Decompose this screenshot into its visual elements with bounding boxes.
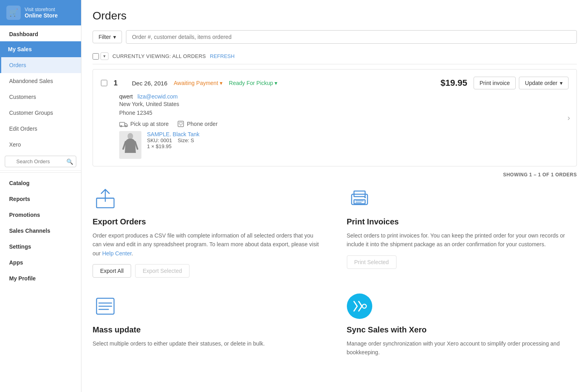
visit-storefront-link[interactable]: Visit storefront bbox=[25, 7, 58, 12]
filter-button[interactable]: Filter ▾ bbox=[93, 31, 122, 43]
order-actions: Print invoice Update order ▾ bbox=[474, 77, 569, 89]
svg-point-15 bbox=[364, 197, 366, 198]
print-invoice-button[interactable]: Print invoice bbox=[474, 77, 516, 89]
status-bar: ▾ CURRENTLY VIEWING: ALL ORDERS REFRESH bbox=[93, 48, 577, 64]
main-content: Orders Filter ▾ ▾ CURRENTLY VIEWING: ALL… bbox=[81, 0, 588, 392]
pagination-info: SHOWING 1 – 1 OF 1 ORDERS bbox=[93, 172, 577, 178]
sidebar-item-orders[interactable]: Orders bbox=[0, 57, 81, 73]
export-icon bbox=[93, 185, 118, 211]
order-search-input[interactable] bbox=[126, 30, 577, 44]
svg-rect-4 bbox=[179, 122, 182, 124]
sidebar-item-apps[interactable]: Apps bbox=[0, 254, 81, 270]
customer-phone: Phone 12345 bbox=[119, 108, 569, 117]
order-status-pickup[interactable]: Ready For Pickup ▾ bbox=[229, 80, 277, 86]
mass-update-icon bbox=[93, 294, 118, 319]
xero-panel: Sync Sales with Xero Manage order synchr… bbox=[347, 294, 577, 357]
print-selected-button: Print Selected bbox=[347, 255, 397, 269]
store-name: Online Store bbox=[25, 12, 58, 19]
print-invoices-desc: Select orders to print invoices for. You… bbox=[347, 231, 577, 249]
toolbar: Filter ▾ bbox=[93, 30, 577, 44]
print-invoices-title: Print Invoices bbox=[347, 217, 577, 226]
sidebar-item-settings[interactable]: Settings bbox=[0, 238, 81, 254]
export-orders-title: Export Orders bbox=[93, 217, 323, 226]
search-orders-input[interactable] bbox=[5, 156, 76, 167]
product-info: SAMPLE. Black Tank SKU: 0001 Size: S 1 ×… bbox=[147, 131, 199, 149]
pickup-chevron-icon: ▾ bbox=[275, 80, 277, 86]
order-tags: Pick up at store Phone order bbox=[119, 121, 569, 127]
sidebar: 🛒 Visit storefront Online Store Dashboar… bbox=[0, 0, 81, 392]
sidebar-item-edit-orders[interactable]: Edit Orders bbox=[0, 121, 81, 137]
pickup-tag-label: Pick up at store bbox=[130, 121, 169, 127]
order-price: $19.95 bbox=[441, 78, 467, 88]
order-status-awaiting-payment[interactable]: Awaiting Payment ▾ bbox=[174, 80, 222, 86]
sidebar-item-abandoned-sales[interactable]: Abandoned Sales bbox=[0, 73, 81, 89]
order-header: 1 Dec 26, 2016 Awaiting Payment ▾ Ready … bbox=[101, 77, 569, 89]
product-thumbnail bbox=[119, 131, 141, 159]
product-sku: SKU: 0001 Size: S bbox=[147, 137, 199, 143]
order-detail-chevron-icon[interactable]: › bbox=[567, 113, 570, 122]
xero-logo bbox=[347, 294, 372, 319]
svg-point-5 bbox=[180, 125, 181, 126]
order-checkbox[interactable] bbox=[101, 80, 107, 86]
phone-tag-label: Phone order bbox=[187, 121, 218, 127]
update-order-chevron-icon: ▾ bbox=[560, 80, 563, 86]
xero-title: Sync Sales with Xero bbox=[347, 325, 577, 334]
xero-icon bbox=[347, 294, 372, 319]
sidebar-item-customer-groups[interactable]: Customer Groups bbox=[0, 105, 81, 121]
order-customer-details: New York, United States Phone 12345 bbox=[119, 100, 569, 118]
customer-email[interactable]: liza@ecwid.com bbox=[137, 93, 178, 100]
phone-icon bbox=[177, 121, 185, 127]
store-icon: 🛒 bbox=[6, 6, 21, 20]
export-all-button[interactable]: Export All bbox=[93, 264, 131, 278]
select-dropdown-arrow[interactable]: ▾ bbox=[101, 52, 108, 60]
export-orders-desc: Order export produces a CSV file with co… bbox=[93, 231, 323, 258]
select-all-wrapper: ▾ bbox=[93, 52, 108, 60]
currently-viewing-label: CURRENTLY VIEWING: ALL ORDERS bbox=[112, 53, 206, 59]
phone-tag: Phone order bbox=[177, 121, 218, 127]
print-icon bbox=[347, 185, 372, 211]
export-selected-button: Export Selected bbox=[135, 264, 190, 278]
sidebar-item-sales-channels[interactable]: Sales Channels bbox=[0, 222, 81, 238]
mass-update-title: Mass update bbox=[93, 325, 323, 334]
filter-label: Filter bbox=[99, 34, 111, 40]
svg-point-6 bbox=[128, 133, 133, 139]
search-orders-container: 🔍 bbox=[0, 153, 81, 171]
sidebar-item-catalog[interactable]: Catalog bbox=[0, 174, 81, 190]
sidebar-item-dashboard[interactable]: Dashboard bbox=[0, 25, 81, 41]
order-date: Dec 26, 2016 bbox=[132, 80, 167, 87]
help-center-link[interactable]: Help Center bbox=[102, 250, 132, 257]
customer-location: New York, United States bbox=[119, 100, 569, 108]
sidebar-item-my-sales[interactable]: My Sales bbox=[0, 41, 81, 57]
feature-panels: Export Orders Order export produces a CS… bbox=[93, 185, 577, 357]
sidebar-header[interactable]: 🛒 Visit storefront Online Store bbox=[0, 0, 81, 25]
order-customer: qwert liza@ecwid.com bbox=[119, 93, 569, 100]
sidebar-item-xero[interactable]: Xero bbox=[0, 137, 81, 153]
svg-rect-12 bbox=[354, 200, 365, 204]
mass-update-panel: Mass update Select multiple orders to ei… bbox=[93, 294, 323, 357]
awaiting-chevron-icon: ▾ bbox=[220, 80, 222, 86]
svg-point-20 bbox=[362, 304, 366, 308]
refresh-link[interactable]: REFRESH bbox=[210, 53, 234, 59]
sidebar-item-reports[interactable]: Reports bbox=[0, 190, 81, 206]
export-actions: Export All Export Selected bbox=[93, 264, 323, 278]
order-row: 1 Dec 26, 2016 Awaiting Payment ▾ Ready … bbox=[93, 69, 577, 166]
sidebar-item-promotions[interactable]: Promotions bbox=[0, 206, 81, 222]
order-number: 1 bbox=[114, 79, 126, 87]
filter-chevron-icon: ▾ bbox=[113, 34, 116, 40]
print-invoices-panel: Print Invoices Select orders to print in… bbox=[347, 185, 577, 278]
product-qty-price: 1 × $19.95 bbox=[147, 143, 199, 149]
pickup-icon bbox=[119, 121, 128, 127]
select-all-checkbox[interactable] bbox=[93, 53, 99, 60]
xero-desc: Manage order synchronization with your X… bbox=[347, 339, 577, 357]
mass-update-desc: Select multiple orders to either update … bbox=[93, 339, 323, 348]
search-icon: 🔍 bbox=[66, 158, 73, 165]
customer-name: qwert bbox=[119, 93, 133, 100]
update-order-button[interactable]: Update order ▾ bbox=[519, 77, 569, 89]
pickup-tag: Pick up at store bbox=[119, 121, 169, 127]
page-title: Orders bbox=[93, 10, 577, 22]
sidebar-item-customers[interactable]: Customers bbox=[0, 89, 81, 105]
product-name[interactable]: SAMPLE. Black Tank bbox=[147, 131, 199, 137]
sidebar-item-my-profile[interactable]: My Profile bbox=[0, 270, 81, 286]
print-actions: Print Selected bbox=[347, 255, 577, 269]
export-orders-panel: Export Orders Order export produces a CS… bbox=[93, 185, 323, 278]
